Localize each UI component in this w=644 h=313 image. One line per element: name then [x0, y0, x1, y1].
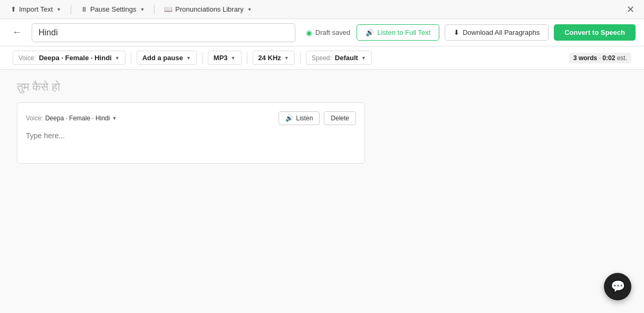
back-button[interactable]: ← [8, 24, 25, 41]
toolbar: Voice: Deepa · Female · Hindi ▼ Add a pa… [0, 46, 644, 70]
draft-saved-icon: ◉ [306, 29, 312, 37]
voice-label: Voice: [18, 54, 36, 62]
paragraph-voice-label-group: Voice: Deepa · Female · Hindi ▼ [26, 115, 117, 122]
import-text-nav[interactable]: ⬆ Import Text ▼ [6, 3, 65, 15]
header-bar: ← ◉ Draft saved 🔊 Listen to Full Text ⬇ … [0, 19, 644, 46]
paragraph-voice-chevron: ▼ [112, 116, 117, 121]
speed-value: Default [335, 54, 358, 62]
top-nav: ⬆ Import Text ▼ ⏸ Pause Settings ▼ 📖 Pro… [0, 0, 644, 19]
paragraph-voice-row: Voice: Deepa · Female · Hindi ▼ 🔊 Listen… [26, 111, 356, 125]
speed-selector[interactable]: Speed: Default ▼ [306, 51, 372, 65]
format-chevron: ▼ [231, 55, 236, 61]
paragraph-listen-button[interactable]: 🔊 Listen [278, 111, 320, 125]
convert-to-speech-label: Convert to Speech [564, 29, 625, 36]
voice-chevron: ▼ [115, 55, 120, 61]
word-count-badge: 3 words · 0:02 est. [569, 53, 631, 63]
pause-settings-chevron: ▼ [140, 7, 145, 12]
import-text-chevron: ▼ [56, 7, 61, 12]
word-count-est: est. [617, 54, 627, 62]
word-count-words: 3 words [573, 54, 597, 62]
header-actions: 🔊 Listen to Full Text ⬇ Download All Par… [357, 24, 636, 41]
pronunciations-icon: 📖 [164, 5, 172, 13]
download-all-paragraphs-label: Download All Paragraphs [463, 29, 540, 36]
main-content: तुम कैसे हो Voice: Deepa · Female · Hind… [0, 70, 644, 313]
pronunciations-chevron: ▼ [247, 7, 252, 12]
draft-saved-indicator: ◉ Draft saved [306, 29, 350, 37]
toolbar-separator-1 [131, 52, 131, 64]
download-all-paragraphs-button[interactable]: ⬇ Download All Paragraphs [445, 24, 549, 41]
add-pause-selector[interactable]: Add a pause ▼ [137, 51, 197, 65]
quality-chevron: ▼ [284, 55, 289, 61]
close-button[interactable]: ✕ [623, 2, 638, 17]
paragraph-actions: 🔊 Listen Delete [278, 111, 356, 125]
pronunciations-library-nav[interactable]: 📖 Pronunciations Library ▼ [160, 3, 256, 15]
hindi-heading: तुम कैसे हो [17, 80, 627, 94]
word-count-dot: · [599, 54, 601, 62]
paragraph-voice-label: Voice: [26, 115, 43, 122]
pause-icon: ⏸ [81, 5, 88, 13]
toolbar-separator-4 [300, 52, 301, 64]
import-text-label: Import Text [19, 5, 53, 13]
paragraph-card: Voice: Deepa · Female · Hindi ▼ 🔊 Listen… [17, 102, 365, 164]
paragraph-voice-selector[interactable]: Deepa · Female · Hindi [45, 115, 110, 122]
speed-chevron: ▼ [361, 55, 366, 61]
import-icon: ⬆ [11, 5, 16, 13]
add-pause-chevron: ▼ [186, 55, 191, 61]
nav-divider-1 [71, 5, 71, 14]
paragraph-listen-label: Listen [296, 115, 313, 122]
pause-settings-nav[interactable]: ⏸ Pause Settings ▼ [76, 3, 149, 15]
voice-value: Deepa · Female · Hindi [39, 54, 112, 62]
chat-bubble-button[interactable]: 💬 [604, 273, 631, 300]
listen-full-text-label: Listen to Full Text [377, 29, 430, 36]
speed-label: Speed: [312, 54, 332, 62]
download-icon: ⬇ [454, 29, 459, 36]
paragraph-listen-icon: 🔊 [285, 115, 293, 122]
chat-icon: 💬 [611, 280, 625, 293]
word-count-time: 0:02 [602, 54, 615, 62]
quality-value: 24 KHz [258, 54, 281, 62]
add-pause-label: Add a pause [142, 54, 183, 62]
pause-settings-label: Pause Settings [90, 5, 136, 13]
listen-speaker-icon: 🔊 [366, 29, 374, 36]
nav-divider-2 [154, 5, 155, 14]
paragraph-textarea[interactable] [26, 131, 356, 153]
toolbar-separator-2 [202, 52, 203, 64]
listen-full-text-button[interactable]: 🔊 Listen to Full Text [357, 24, 439, 41]
title-input[interactable] [32, 23, 295, 42]
paragraph-delete-label: Delete [331, 115, 349, 122]
pronunciations-library-label: Pronunciations Library [175, 5, 243, 13]
format-value: MP3 [214, 54, 228, 62]
convert-to-speech-button[interactable]: Convert to Speech [554, 24, 636, 41]
format-selector[interactable]: MP3 ▼ [208, 51, 242, 65]
toolbar-separator-3 [247, 52, 247, 64]
draft-saved-label: Draft saved [315, 29, 350, 36]
voice-selector[interactable]: Voice: Deepa · Female · Hindi ▼ [13, 51, 126, 65]
paragraph-delete-button[interactable]: Delete [324, 111, 356, 125]
quality-selector[interactable]: 24 KHz ▼ [253, 51, 295, 65]
